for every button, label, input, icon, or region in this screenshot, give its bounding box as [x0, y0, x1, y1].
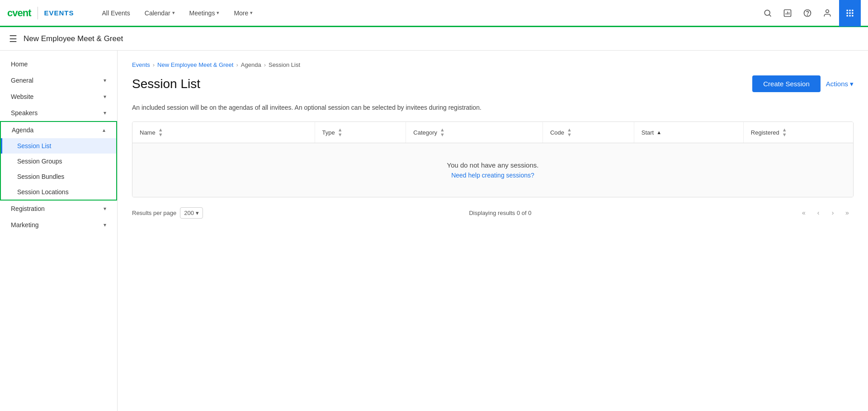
- code-sort-icon: ▲▼: [567, 127, 572, 137]
- reports-icon: [783, 9, 792, 18]
- meetings-chevron-icon: ▾: [217, 10, 219, 16]
- pagination: Results per page 200 ▾ Displaying result…: [132, 206, 854, 219]
- session-table: Name ▲▼ Type ▲▼ Category ▲▼: [132, 121, 854, 197]
- svg-rect-16: [849, 15, 850, 16]
- main-nav: All Events Calendar ▾ Meetings ▾ More ▾: [96, 6, 259, 20]
- svg-rect-9: [847, 9, 848, 11]
- prev-page-button[interactable]: ‹: [812, 206, 825, 219]
- empty-state-text: You do not have any sessions.: [142, 161, 844, 169]
- svg-rect-15: [847, 15, 848, 16]
- speakers-chevron-icon: ▾: [104, 110, 106, 116]
- th-name[interactable]: Name ▲▼: [132, 122, 315, 143]
- sidebar-item-website[interactable]: Website ▾: [0, 89, 117, 105]
- sidebar-item-agenda[interactable]: Agenda ▴: [1, 122, 116, 138]
- general-chevron-icon: ▾: [104, 77, 106, 84]
- sidebar-item-registration[interactable]: Registration ▾: [0, 201, 117, 217]
- logo-area: cvent EVENTS: [7, 7, 74, 19]
- main-layout: Home General ▾ Website ▾ Speakers ▾ Agen…: [0, 51, 868, 411]
- next-page-button[interactable]: ›: [826, 206, 839, 219]
- th-type[interactable]: Type ▲▼: [315, 122, 406, 143]
- breadcrumb-sep-2: ›: [236, 61, 238, 68]
- profile-icon: [823, 9, 832, 18]
- help-icon-btn[interactable]: [799, 5, 816, 21]
- last-page-button[interactable]: »: [841, 206, 854, 219]
- th-start[interactable]: Start ▲: [634, 122, 744, 143]
- nav-meetings[interactable]: Meetings ▾: [183, 6, 226, 20]
- empty-state-help-link[interactable]: Need help creating sessions?: [142, 172, 844, 179]
- breadcrumb-sep-1: ›: [153, 61, 155, 68]
- displaying-text: Displaying results 0 of 0: [210, 210, 790, 216]
- sidebar-sub-item-session-list[interactable]: Session List: [1, 138, 116, 154]
- th-registered[interactable]: Registered ▲▼: [744, 122, 853, 143]
- sidebar: Home General ▾ Website ▾ Speakers ▾ Agen…: [0, 51, 118, 411]
- sidebar-item-speakers[interactable]: Speakers ▾: [0, 105, 117, 121]
- svg-rect-11: [852, 9, 853, 11]
- breadcrumb: Events › New Employee Meet & Greet › Age…: [132, 61, 854, 68]
- actions-chevron-icon: ▾: [850, 80, 854, 88]
- info-text: An included session will be on the agend…: [132, 103, 854, 112]
- breadcrumb-agenda: Agenda: [241, 61, 261, 68]
- hamburger-icon[interactable]: ☰: [9, 33, 17, 44]
- svg-rect-17: [852, 15, 853, 16]
- nav-right-icons: [760, 0, 861, 27]
- event-title: New Employee Meet & Greet: [24, 34, 123, 43]
- table-header: Name ▲▼ Type ▲▼ Category ▲▼: [132, 122, 853, 143]
- svg-line-1: [769, 14, 771, 16]
- sidebar-sub-item-session-groups[interactable]: Session Groups: [1, 154, 116, 169]
- create-session-button[interactable]: Create Session: [752, 75, 821, 92]
- registered-sort-icon: ▲▼: [782, 127, 787, 137]
- logo-divider: [38, 7, 38, 19]
- per-page-chevron-icon: ▾: [196, 210, 199, 216]
- category-sort-icon: ▲▼: [440, 127, 445, 137]
- svg-rect-13: [849, 12, 850, 14]
- breadcrumb-session-list: Session List: [269, 61, 300, 68]
- agenda-chevron-icon: ▴: [103, 127, 105, 133]
- svg-point-8: [826, 9, 829, 13]
- sidebar-sub-item-session-bundles[interactable]: Session Bundles: [1, 169, 116, 184]
- nav-more[interactable]: More ▾: [227, 6, 259, 20]
- registration-chevron-icon: ▾: [104, 206, 106, 212]
- apps-button[interactable]: [839, 0, 861, 27]
- profile-icon-btn[interactable]: [819, 5, 835, 21]
- nav-calendar[interactable]: Calendar ▾: [138, 6, 181, 20]
- svg-point-0: [764, 10, 770, 15]
- marketing-chevron-icon: ▾: [104, 222, 106, 228]
- search-icon-btn[interactable]: [760, 5, 776, 21]
- top-nav: cvent EVENTS All Events Calendar ▾ Meeti…: [0, 0, 868, 27]
- first-page-button[interactable]: «: [797, 206, 810, 219]
- header-actions: Create Session Actions ▾: [752, 75, 854, 92]
- breadcrumb-event-name[interactable]: New Employee Meet & Greet: [157, 61, 233, 68]
- svg-rect-14: [852, 12, 853, 14]
- type-sort-icon: ▲▼: [338, 127, 343, 137]
- sidebar-item-home[interactable]: Home: [0, 56, 117, 72]
- sidebar-item-marketing[interactable]: Marketing ▾: [0, 217, 117, 233]
- actions-button[interactable]: Actions ▾: [826, 80, 854, 88]
- nav-all-events[interactable]: All Events: [96, 6, 137, 20]
- page-header: Session List Create Session Actions ▾: [132, 75, 854, 92]
- name-sort-icon: ▲▼: [158, 127, 163, 137]
- svg-rect-10: [849, 9, 850, 11]
- secondary-header: ☰ New Employee Meet & Greet: [0, 27, 868, 51]
- agenda-section: Agenda ▴ Session List Session Groups Ses…: [0, 121, 117, 201]
- svg-rect-12: [847, 12, 848, 14]
- page-title: Session List: [132, 77, 200, 91]
- sidebar-sub-item-session-locations[interactable]: Session Locations: [1, 184, 116, 200]
- results-per-page-label: Results per page: [132, 210, 176, 216]
- breadcrumb-sep-3: ›: [264, 61, 266, 68]
- th-category[interactable]: Category ▲▼: [406, 122, 543, 143]
- th-code[interactable]: Code ▲▼: [543, 122, 634, 143]
- start-sort-icon: ▲: [656, 130, 661, 135]
- logo-events[interactable]: EVENTS: [44, 9, 74, 17]
- apps-grid-icon: [845, 9, 854, 18]
- reports-icon-btn[interactable]: [779, 5, 796, 21]
- help-icon: [803, 9, 812, 18]
- cvent-logo[interactable]: cvent: [7, 7, 31, 19]
- logo-c: c: [7, 7, 12, 19]
- calendar-chevron-icon: ▾: [172, 10, 175, 16]
- breadcrumb-events[interactable]: Events: [132, 61, 150, 68]
- sidebar-item-general[interactable]: General ▾: [0, 72, 117, 89]
- empty-state: You do not have any sessions. Need help …: [132, 143, 853, 197]
- per-page-select[interactable]: 200 ▾: [180, 207, 203, 219]
- page-navigation: « ‹ › »: [797, 206, 854, 219]
- results-per-page: Results per page 200 ▾: [132, 207, 203, 219]
